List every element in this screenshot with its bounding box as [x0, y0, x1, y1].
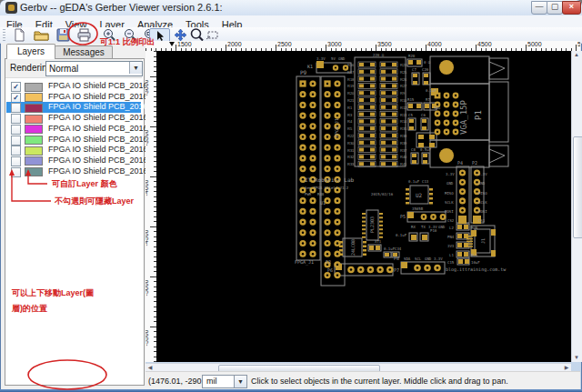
hruler-label: 2000: [227, 41, 242, 47]
pcb-silkscreen-label: SDA: [404, 256, 411, 261]
pcb-silkscreen-label: P6: [327, 267, 333, 273]
title-bar[interactable]: Gerbv -- gEDA's Gerber Viewer version 2.…: [0, 0, 582, 16]
pcb-silkscreen-label: C15: [447, 260, 455, 265]
svg-text:R10: R10: [400, 98, 407, 103]
pcb-silkscreen-label: C7: [412, 67, 416, 72]
layer-color-swatch[interactable]: [25, 93, 43, 102]
layer-row-2[interactable]: ✓FPGA IO Shield PCB_20160225-: [6, 92, 141, 103]
pcb-silkscreen-label: 3.3V: [316, 56, 326, 61]
pcb-silkscreen-label: 0.1uF: [426, 88, 437, 93]
tab-layers[interactable]: Layers: [6, 44, 55, 59]
svg-text:R17: R17: [347, 70, 355, 75]
layer-color-swatch[interactable]: [25, 136, 43, 145]
svg-text:R22: R22: [347, 134, 355, 138]
layer-color-swatch[interactable]: [25, 115, 43, 124]
svg-text:R12: R12: [400, 106, 407, 110]
layer-color-swatch[interactable]: [25, 167, 43, 176]
minimize-button[interactable]: —: [531, 1, 547, 15]
pcb-silkscreen-label: 3.3V: [434, 256, 443, 261]
rendering-dropdown[interactable]: Normal ▼: [45, 61, 143, 76]
pcb-silkscreen-label: GND: [447, 181, 454, 186]
svg-text:R9: R9: [400, 91, 406, 95]
close-button[interactable]: ×: [562, 1, 581, 15]
open-folder-icon[interactable]: [34, 28, 49, 42]
pcb-silkscreen-label: SCLK: [445, 200, 454, 205]
layer-color-swatch[interactable]: [25, 146, 43, 156]
layer-visibility-checkbox[interactable]: [11, 146, 21, 156]
svg-text:R37: R37: [400, 148, 407, 153]
save-icon[interactable]: [55, 28, 71, 42]
layer-color-swatch[interactable]: [25, 104, 43, 113]
layer-visibility-checkbox[interactable]: ✓: [11, 82, 21, 92]
layer-visibility-checkbox[interactable]: [11, 136, 21, 146]
pcb-silkscreen-label: MOSI: [478, 209, 487, 214]
layer-visibility-checkbox[interactable]: [11, 125, 21, 135]
pcb-silkscreen-label: P2: [472, 160, 477, 166]
pcb-silkscreen-label: MISO: [445, 191, 454, 196]
pcb-silkscreen-label: 50Ω: [434, 106, 441, 110]
maximize-button[interactable]: ▢: [547, 1, 563, 15]
layer-visibility-checkbox[interactable]: [11, 114, 21, 124]
layer-color-swatch[interactable]: [25, 83, 43, 92]
pcb-silkscreen-label: C8: [411, 147, 416, 152]
pcb-silkscreen-label: 0.1uF: [396, 233, 407, 237]
pcb-silkscreen-label: P5: [400, 214, 406, 219]
canvas-vscrollbar[interactable]: ▲ ▼: [571, 51, 582, 362]
layer-list-panel: Rendering: Normal ▼ ✓FPGA IO Shield PCB_…: [5, 58, 145, 386]
layer-row-3[interactable]: FPGA IO Shield PCB_20160225-: [6, 102, 141, 113]
measure-tool-icon[interactable]: [206, 28, 221, 42]
layer-row-6[interactable]: FPGA IO Shield PCB_20160225-: [6, 135, 141, 146]
pan-tool-icon[interactable]: [173, 28, 188, 42]
pcb-silkscreen-label: P7: [394, 267, 399, 273]
layer-visibility-checkbox[interactable]: [11, 167, 21, 177]
toolbar-grip: [3, 29, 5, 41]
pcb-silkscreen-label: XT1: [375, 239, 382, 244]
pcb-silkscreen-label: U1: [320, 200, 326, 206]
pcb-silkscreen-label: R7: [426, 97, 430, 102]
print-icon[interactable]: [76, 28, 92, 42]
chevron-down-icon[interactable]: ▼: [234, 375, 247, 388]
pcb-silkscreen-label: 3V3: [447, 244, 455, 248]
layer-color-swatch[interactable]: [25, 125, 43, 134]
layer-row-8[interactable]: FPGA IO Shield PCB_20160225.t: [6, 156, 141, 166]
pcb-silkscreen-label: P1: [474, 110, 483, 120]
pcb-silkscreen-label: PN4: [447, 235, 455, 239]
vruler-label: -5500: [146, 330, 149, 347]
hide-note: 不勾選則可隱藏Layer: [55, 196, 134, 207]
hruler-label: 3500: [377, 41, 392, 47]
hruler-label: 4000: [427, 41, 442, 47]
layer-row-5[interactable]: FPGA IO Shield PCB_20160225-: [6, 124, 141, 135]
pcb-silkscreen-label: R15: [407, 97, 415, 102]
hruler-label: 1500: [177, 41, 192, 47]
svg-text:R31: R31: [347, 148, 355, 153]
new-file-icon[interactable]: [12, 28, 27, 42]
pcb-silkscreen-label: C6: [421, 113, 426, 117]
svg-text:R40: R40: [400, 155, 407, 159]
svg-text:R19: R19: [347, 84, 355, 88]
pcb-silkscreen-label: BLA: [471, 253, 478, 257]
svg-text:R5: R5: [347, 126, 353, 131]
layer-visibility-checkbox[interactable]: [11, 156, 21, 166]
pcb-canvas[interactable]: R16R23R17R25R18R26R19R27R20R9R21R10R1R12…: [156, 51, 571, 362]
svg-text:R26: R26: [400, 77, 407, 82]
layer-row-9[interactable]: FPGA IO Shield PCB_20160225-: [6, 166, 141, 177]
layer-visibility-checkbox[interactable]: [11, 103, 21, 113]
gerbv-window: Gerbv -- gEDA's Gerber Viewer version 2.…: [0, 0, 582, 392]
pcb-silkscreen-label: 3.3V: [478, 172, 487, 176]
layer-row-7[interactable]: FPGA IO Shield PCB_20160225-: [6, 145, 141, 156]
layer-color-swatch[interactable]: [25, 156, 43, 166]
zoom-tool-icon[interactable]: [189, 28, 205, 42]
pcb-silkscreen-label: C34: [395, 246, 402, 251]
pcb-silkscreen-label: TX: [421, 225, 426, 229]
layer-visibility-checkbox[interactable]: ✓: [11, 93, 21, 103]
layer-list: ✓FPGA IO Shield PCB_20160225-✓FPGA IO Sh…: [5, 79, 142, 383]
layer-row-4[interactable]: FPGA IO Shield PCB_20160225-: [6, 113, 141, 124]
layer-row-1[interactable]: ✓FPGA IO Shield PCB_20160225-: [6, 81, 141, 92]
rendering-value: Normal: [49, 64, 78, 74]
pcb-silkscreen-label: 0.1uF: [384, 246, 396, 251]
chevron-down-icon[interactable]: ▼: [129, 62, 142, 74]
unit-dropdown[interactable]: mil: [202, 375, 237, 388]
move-note-line1: 可以上下移動Layer(圖: [12, 287, 94, 299]
pcb-silkscreen-label: CS1: [478, 218, 486, 223]
canvas-vscroll-thumb[interactable]: [573, 136, 582, 238]
